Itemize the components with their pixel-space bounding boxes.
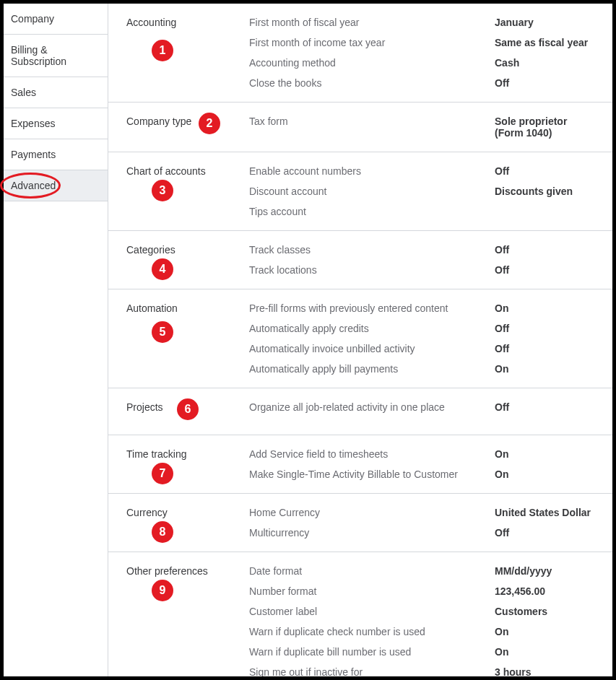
setting-label: First month of fiscal year — [249, 17, 495, 28]
setting-value: Off — [495, 323, 509, 334]
section-currency[interactable]: Currency 8 Home Currency United States D… — [108, 494, 612, 552]
setting-value: 3 hours — [495, 666, 532, 676]
annotation-badge-3: 3 — [152, 180, 173, 201]
setting-value: On — [495, 468, 508, 480]
section-time-tracking[interactable]: Time tracking 7 Add Service field to tim… — [108, 435, 612, 494]
setting-row: First month of fiscal year January — [249, 17, 598, 28]
section-title-accounting: Accounting — [126, 17, 249, 89]
setting-row: Track locations Off — [249, 264, 598, 276]
setting-row: Home Currency United States Dollar — [249, 507, 598, 518]
setting-label: Sign me out if inactive for — [249, 666, 495, 676]
sidebar-item-billing[interactable]: Billing & Subscription — [4, 35, 108, 77]
section-title-automation: Automation — [126, 302, 249, 375]
setting-row: Enable account numbers Off — [249, 165, 598, 177]
annotation-badge-8: 8 — [152, 521, 173, 543]
section-projects[interactable]: Projects 6 Organize all job-related acti… — [108, 388, 612, 435]
sidebar-item-payments[interactable]: Payments — [4, 139, 108, 170]
setting-label: Multicurrency — [249, 527, 495, 539]
setting-value: Off — [495, 77, 509, 89]
section-body: Add Service field to timesheets On Make … — [249, 448, 598, 480]
sidebar-item-label: Sales — [11, 87, 36, 98]
setting-value: Same as fiscal year — [495, 37, 588, 48]
setting-label: Warn if duplicate check number is used — [249, 626, 495, 637]
annotation-badge-2: 2 — [199, 113, 220, 134]
annotation-badge-7: 7 — [152, 463, 173, 484]
setting-label: Tips account — [249, 206, 495, 217]
section-title-chart-of-accounts: Chart of accounts — [126, 165, 249, 217]
section-categories[interactable]: Categories 4 Track classes Off Track loc… — [108, 231, 612, 289]
setting-row: Warn if duplicate check number is used O… — [249, 626, 598, 637]
section-title-currency: Currency — [126, 507, 249, 539]
section-body: Pre-fill forms with previously entered c… — [249, 302, 598, 375]
setting-label: Date format — [249, 565, 495, 577]
section-company-type[interactable]: Company type 2 Tax form Sole proprietor … — [108, 103, 612, 152]
sidebar-item-label: Company — [11, 13, 54, 25]
setting-value: Discounts given — [495, 186, 573, 197]
setting-value: Off — [495, 527, 509, 539]
section-automation[interactable]: Automation 5 Pre-fill forms with previou… — [108, 289, 612, 388]
section-body: First month of fiscal year January First… — [249, 17, 598, 89]
sidebar-item-label: Billing & Subscription — [11, 44, 66, 67]
setting-label: Pre-fill forms with previously entered c… — [249, 302, 495, 314]
setting-row: Automatically invoice unbilled activity … — [249, 343, 598, 354]
setting-label: Enable account numbers — [249, 165, 495, 177]
sidebar-item-advanced[interactable]: Advanced — [4, 170, 108, 201]
setting-value: On — [495, 646, 508, 658]
setting-row: Automatically apply bill payments On — [249, 363, 598, 375]
section-other-preferences[interactable]: Other preferences 9 Date format MM/dd/yy… — [108, 552, 612, 676]
setting-label: Add Service field to timesheets — [249, 448, 495, 460]
section-body: Tax form Sole proprietor (Form 1040) — [249, 115, 598, 139]
setting-row: Warn if duplicate bill number is used On — [249, 646, 598, 658]
setting-row: Tips account — [249, 206, 598, 217]
setting-value: Off — [495, 244, 509, 256]
section-body: Organize all job-related activity in one… — [249, 401, 598, 413]
sidebar-item-expenses[interactable]: Expenses — [4, 108, 108, 139]
setting-label: Make Single-Time Activity Billable to Cu… — [249, 468, 495, 480]
setting-row: Accounting method Cash — [249, 57, 598, 69]
setting-value: On — [495, 448, 508, 460]
setting-value: Customers — [495, 606, 547, 617]
setting-label: Organize all job-related activity in one… — [249, 401, 495, 413]
setting-value: MM/dd/yyyy — [495, 565, 552, 577]
setting-row: Customer label Customers — [249, 606, 598, 617]
setting-value: Off — [495, 264, 509, 276]
section-body: Enable account numbers Off Discount acco… — [249, 165, 598, 217]
setting-label: Automatically apply credits — [249, 323, 495, 334]
main-content: Accounting 1 First month of fiscal year … — [108, 4, 612, 676]
sidebar-item-sales[interactable]: Sales — [4, 77, 108, 108]
app-frame: Company Billing & Subscription Sales Exp… — [4, 4, 612, 676]
sidebar-item-label: Payments — [11, 149, 56, 160]
setting-value: Off — [495, 343, 509, 354]
setting-row: Pre-fill forms with previously entered c… — [249, 302, 598, 314]
sidebar-item-company[interactable]: Company — [4, 4, 108, 35]
section-title-company-type: Company type — [126, 115, 249, 139]
section-title-categories: Categories — [126, 244, 249, 276]
section-body: Date format MM/dd/yyyy Number format 123… — [249, 565, 598, 676]
setting-row: Date format MM/dd/yyyy — [249, 565, 598, 577]
section-title-other-preferences: Other preferences — [126, 565, 249, 676]
settings-sidebar: Company Billing & Subscription Sales Exp… — [4, 4, 108, 676]
setting-label: Close the books — [249, 77, 495, 89]
setting-label: Discount account — [249, 186, 495, 197]
setting-label: Warn if duplicate bill number is used — [249, 646, 495, 658]
setting-label: Automatically invoice unbilled activity — [249, 343, 495, 354]
setting-label: Tax form — [249, 115, 495, 127]
sidebar-item-label: Advanced — [11, 180, 56, 191]
section-title-time-tracking: Time tracking — [126, 448, 249, 480]
setting-label: Number format — [249, 585, 495, 597]
setting-row: Make Single-Time Activity Billable to Cu… — [249, 468, 598, 480]
section-chart-of-accounts[interactable]: Chart of accounts 3 Enable account numbe… — [108, 152, 612, 231]
setting-row: Sign me out if inactive for 3 hours — [249, 666, 598, 676]
section-accounting[interactable]: Accounting 1 First month of fiscal year … — [108, 4, 612, 103]
setting-value: January — [495, 17, 534, 28]
annotation-badge-9: 9 — [152, 580, 173, 601]
setting-value: On — [495, 626, 508, 637]
section-body: Home Currency United States Dollar Multi… — [249, 507, 598, 539]
setting-row: Automatically apply credits Off — [249, 323, 598, 334]
setting-value: United States Dollar — [495, 507, 591, 518]
setting-value: Cash — [495, 57, 519, 69]
setting-row: Add Service field to timesheets On — [249, 448, 598, 460]
annotation-badge-4: 4 — [152, 258, 173, 280]
annotation-badge-5: 5 — [152, 321, 173, 343]
setting-row: Close the books Off — [249, 77, 598, 89]
